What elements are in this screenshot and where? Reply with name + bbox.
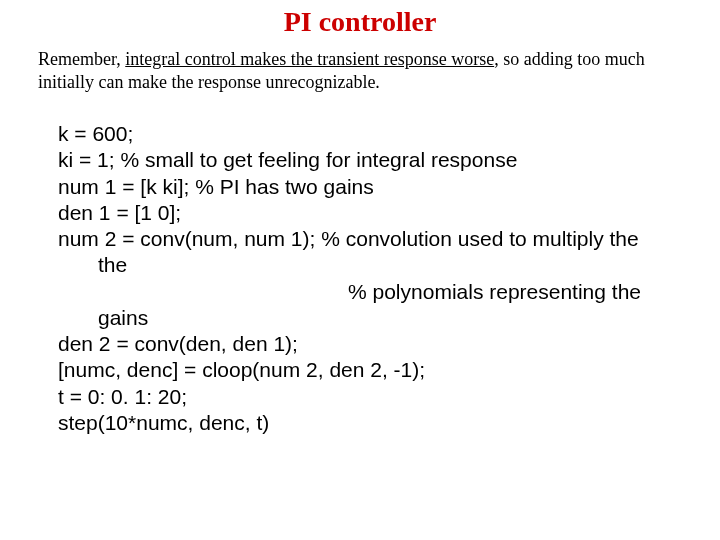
code-line-1: k = 600; xyxy=(58,121,710,147)
code-line-3: num 1 = [k ki]; % PI has two gains xyxy=(58,174,710,200)
slide-title: PI controller xyxy=(0,0,720,42)
code-line-8: [numc, denc] = cloop(num 2, den 2, -1); xyxy=(58,357,710,383)
code-line-7: den 2 = conv(den, den 1); xyxy=(58,331,710,357)
slide: PI controller Remember, integral control… xyxy=(0,0,720,540)
code-line-6b: gains xyxy=(98,305,710,331)
code-line-4: den 1 = [1 0]; xyxy=(58,200,710,226)
intro-text-a: Remember, xyxy=(38,49,125,69)
code-line-2: ki = 1; % small to get feeling for integ… xyxy=(58,147,710,173)
code-line-5b: the xyxy=(98,252,710,278)
code-line-10: step(10*numc, denc, t) xyxy=(58,410,710,436)
intro-paragraph: Remember, integral control makes the tra… xyxy=(0,48,720,93)
code-line-5: num 2 = conv(num, num 1); % convolution … xyxy=(58,226,710,252)
code-line-9: t = 0: 0. 1: 20; xyxy=(58,384,710,410)
intro-text-underlined: integral control makes the transient res… xyxy=(125,49,494,69)
code-block: k = 600; ki = 1; % small to get feeling … xyxy=(0,93,720,436)
code-line-6a: % polynomials representing the xyxy=(98,279,710,305)
